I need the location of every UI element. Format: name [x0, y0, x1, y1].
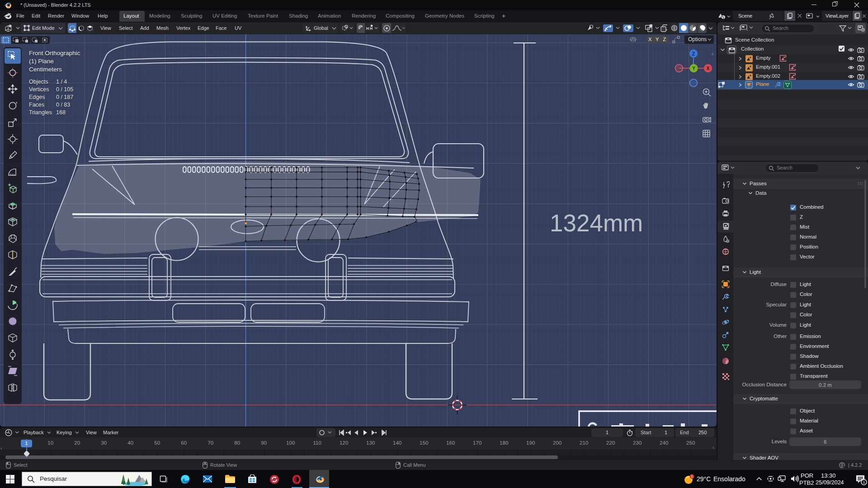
svg-text:1: 1 — [691, 474, 693, 479]
svg-text:1324mm: 1324mm — [550, 210, 643, 236]
svg-text:1: 1 — [863, 480, 865, 484]
svg-text:Z: Z — [692, 52, 695, 56]
svg-text:X: X — [707, 66, 710, 71]
svg-text:Y: Y — [692, 66, 695, 71]
